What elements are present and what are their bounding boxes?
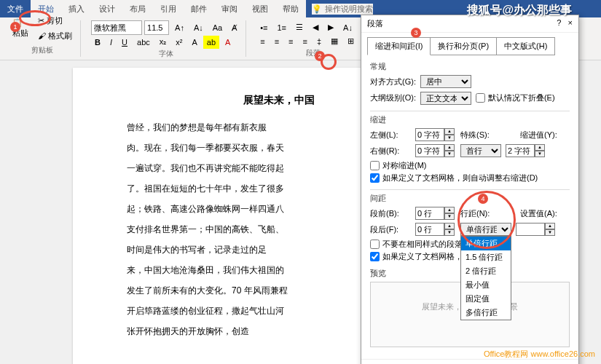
font-color-button[interactable]: A	[221, 36, 234, 49]
lightbulb-icon: 💡	[312, 4, 322, 14]
decrease-indent-icon[interactable]: ◀	[309, 20, 322, 34]
strike-button[interactable]: abc	[133, 36, 154, 49]
mirror-label: 对称缩进(M)	[382, 160, 427, 171]
snap-grid-checkbox[interactable]	[370, 252, 380, 261]
outline-select[interactable]: 正文文本	[420, 92, 471, 105]
group-label: 段落	[256, 48, 370, 58]
tab-layout[interactable]: 布局	[122, 0, 153, 17]
font-size-select[interactable]	[144, 20, 169, 35]
down-icon[interactable]: ▼	[535, 151, 545, 157]
align-label: 对齐方式(G):	[370, 76, 416, 87]
section-indent: 缩进	[370, 114, 570, 125]
up-icon[interactable]: ▲	[444, 223, 455, 229]
dropdown-item[interactable]: 2 倍行距	[461, 264, 511, 278]
annotation-badge: 3	[411, 28, 421, 38]
line-spacing-label: 行距(N):	[460, 208, 501, 219]
bullets-icon[interactable]: •≡	[256, 21, 271, 34]
down-icon[interactable]: ▼	[444, 151, 455, 157]
subscript-button[interactable]: x₂	[156, 35, 170, 49]
tab-review[interactable]: 审阅	[214, 0, 245, 17]
multilevel-icon[interactable]: ☰	[292, 20, 307, 34]
tab-chinese[interactable]: 中文版式(H)	[496, 37, 555, 55]
dropdown-item[interactable]: 1.5 倍行距	[461, 250, 511, 264]
align-right-icon[interactable]: ≡	[285, 35, 296, 48]
after-label: 段后(F):	[370, 224, 411, 235]
up-icon[interactable]: ▲	[444, 128, 455, 135]
dropdown-item[interactable]: 最小值	[461, 278, 511, 292]
underline-button[interactable]: U	[118, 36, 131, 49]
outline-label: 大纲级别(O):	[370, 92, 416, 103]
dialog-title: 段落	[367, 18, 383, 29]
collapse-checkbox[interactable]	[476, 93, 485, 103]
dropdown-item[interactable]: 多倍行距	[461, 306, 511, 320]
auto-indent-checkbox[interactable]	[370, 173, 380, 183]
tab-help[interactable]: 帮助	[275, 0, 306, 17]
tell-me-search[interactable]: 💡 操作说明搜索	[312, 4, 373, 15]
down-icon[interactable]: ▼	[444, 229, 455, 236]
special-select[interactable]: 首行	[460, 144, 501, 157]
annotation-badge: 1	[10, 22, 20, 32]
change-case-icon[interactable]: Aa	[209, 21, 226, 34]
align-center-icon[interactable]: ≡	[271, 35, 283, 48]
set-value-input[interactable]	[516, 223, 545, 236]
justify-icon[interactable]: ≡	[299, 35, 310, 48]
tab-indent-spacing[interactable]: 缩进和间距(I)	[367, 37, 431, 55]
up-icon[interactable]: ▲	[444, 144, 455, 151]
tab-ref[interactable]: 引用	[153, 0, 184, 17]
tab-file[interactable]: 文件	[0, 0, 31, 17]
mirror-indent-checkbox[interactable]	[370, 161, 380, 170]
auto-indent-label: 如果定义了文档网格，则自动调整右缩进(D)	[382, 173, 538, 183]
increase-font-icon[interactable]: A↑	[171, 21, 188, 34]
down-icon[interactable]: ▼	[444, 213, 455, 220]
before-input[interactable]	[415, 207, 444, 220]
up-icon[interactable]: ▲	[545, 223, 555, 229]
left-indent-label: 左侧(L):	[370, 130, 411, 141]
right-indent-input[interactable]	[415, 144, 444, 157]
borders-icon[interactable]: ⊞	[344, 34, 358, 48]
tab-mail[interactable]: 邮件	[184, 0, 214, 17]
increase-indent-icon[interactable]: ▶	[324, 20, 337, 34]
tab-view[interactable]: 视图	[245, 0, 275, 17]
down-icon[interactable]: ▼	[545, 229, 555, 236]
close-button[interactable]: ×	[568, 18, 573, 27]
numbering-icon[interactable]: 1≡	[274, 21, 291, 34]
search-label: 操作说明搜索	[325, 4, 373, 15]
tab-line-page[interactable]: 换行和分页(P)	[430, 37, 497, 55]
bold-button[interactable]: B	[91, 36, 104, 49]
down-icon[interactable]: ▼	[444, 135, 455, 141]
before-label: 段前(B):	[370, 208, 411, 219]
help-button[interactable]: ?	[557, 18, 561, 27]
clear-format-icon[interactable]: A̸	[228, 21, 241, 35]
collapse-label: 默认情况下折叠(E)	[488, 92, 555, 103]
dropdown-item[interactable]: 单倍行距	[461, 237, 511, 250]
left-indent-input[interactable]	[415, 128, 444, 141]
highlight-button[interactable]: ab	[203, 36, 219, 49]
group-label: 剪贴板	[9, 45, 76, 55]
align-left-icon[interactable]: ≡	[256, 35, 268, 48]
superscript-button[interactable]: x²	[172, 36, 186, 49]
indent-value-input[interactable]	[506, 144, 535, 157]
text-effects-icon[interactable]: A	[188, 36, 200, 49]
align-select[interactable]: 居中	[420, 75, 471, 88]
tab-design[interactable]: 设计	[92, 0, 122, 17]
after-input[interactable]	[415, 223, 444, 236]
line-spacing-icon[interactable]: ‡	[313, 35, 325, 48]
dropdown-list: 单倍行距 1.5 倍行距 2 倍行距 最小值 固定值 多倍行距	[460, 236, 511, 320]
format-painter-button[interactable]: 🖌 格式刷	[34, 28, 76, 44]
dropdown-item[interactable]: 固定值	[461, 292, 511, 306]
up-icon[interactable]: ▲	[535, 144, 545, 151]
cut-button[interactable]: ✂ 剪切	[34, 13, 76, 28]
font-family-select[interactable]	[91, 20, 142, 35]
decrease-font-icon[interactable]: A↓	[190, 21, 207, 34]
line-spacing-dropdown[interactable]: 单倍行距 单倍行距 1.5 倍行距 2 倍行距 最小值 固定值 多倍行距	[460, 223, 511, 236]
shading-icon[interactable]: ▦	[327, 34, 342, 48]
set-value-label: 设置值(A):	[520, 208, 561, 219]
no-space-checkbox[interactable]	[370, 240, 380, 249]
up-icon[interactable]: ▲	[444, 207, 455, 213]
section-general: 常规	[370, 61, 570, 72]
italic-button[interactable]: I	[106, 36, 116, 49]
watermark: 搜狐号@办公那些事	[467, 3, 572, 18]
group-font: A↑ A↓ Aa A̸ B I U abc x₂ x² A ab A 字体	[87, 20, 246, 57]
sort-icon[interactable]: A↓	[339, 21, 356, 34]
group-label: 字体	[91, 49, 241, 59]
